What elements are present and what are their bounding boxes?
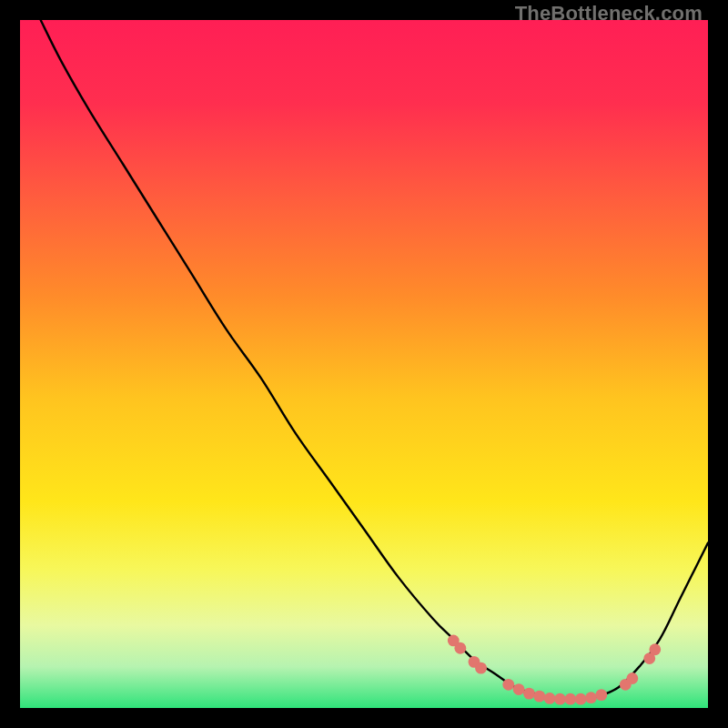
chart-frame (20, 20, 708, 708)
highlight-dot (454, 642, 466, 654)
highlight-dot (502, 679, 514, 691)
highlight-dot (475, 662, 487, 674)
highlight-dot (513, 683, 525, 695)
highlight-dot (595, 689, 607, 701)
highlight-dot (585, 692, 597, 703)
highlight-dot (649, 643, 661, 655)
highlight-dot (626, 672, 638, 684)
highlight-dot (554, 693, 566, 705)
bottleneck-chart (20, 20, 708, 708)
highlight-dot (523, 688, 535, 700)
highlight-dot (564, 693, 576, 705)
highlight-dot (575, 693, 587, 705)
highlight-dot (533, 691, 545, 703)
gradient-background (20, 20, 708, 708)
highlight-dot (544, 693, 556, 704)
